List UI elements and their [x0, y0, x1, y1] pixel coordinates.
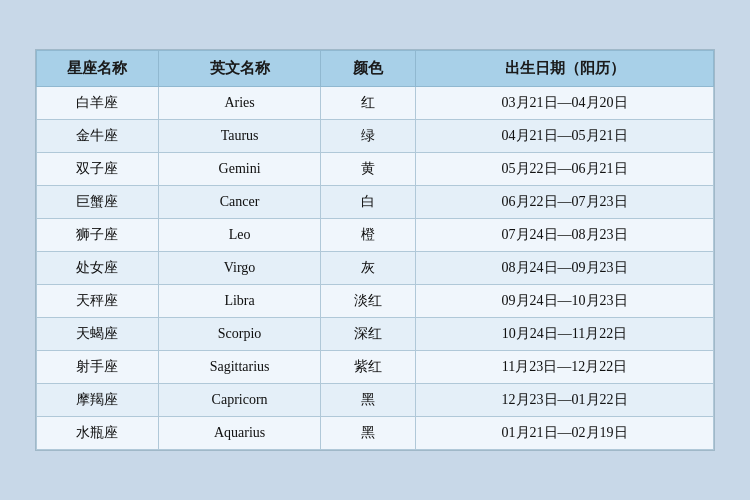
cell-date: 12月23日—01月22日	[416, 384, 714, 417]
cell-date: 03月21日—04月20日	[416, 87, 714, 120]
cell-zh-name: 金牛座	[37, 120, 159, 153]
cell-en-name: Sagittarius	[158, 351, 320, 384]
cell-en-name: Aquarius	[158, 417, 320, 450]
cell-color: 淡红	[321, 285, 416, 318]
header-date: 出生日期（阳历）	[416, 51, 714, 87]
cell-color: 灰	[321, 252, 416, 285]
cell-zh-name: 水瓶座	[37, 417, 159, 450]
cell-color: 深红	[321, 318, 416, 351]
cell-date: 04月21日—05月21日	[416, 120, 714, 153]
table-header-row: 星座名称 英文名称 颜色 出生日期（阳历）	[37, 51, 714, 87]
header-zh-name: 星座名称	[37, 51, 159, 87]
cell-zh-name: 双子座	[37, 153, 159, 186]
table-row: 天蝎座Scorpio深红10月24日—11月22日	[37, 318, 714, 351]
table-row: 巨蟹座Cancer白06月22日—07月23日	[37, 186, 714, 219]
cell-date: 01月21日—02月19日	[416, 417, 714, 450]
cell-zh-name: 摩羯座	[37, 384, 159, 417]
cell-color: 绿	[321, 120, 416, 153]
cell-zh-name: 射手座	[37, 351, 159, 384]
cell-en-name: Capricorn	[158, 384, 320, 417]
cell-color: 红	[321, 87, 416, 120]
table-row: 水瓶座Aquarius黑01月21日—02月19日	[37, 417, 714, 450]
cell-en-name: Virgo	[158, 252, 320, 285]
table-row: 处女座Virgo灰08月24日—09月23日	[37, 252, 714, 285]
cell-color: 黑	[321, 384, 416, 417]
cell-en-name: Scorpio	[158, 318, 320, 351]
cell-zh-name: 天秤座	[37, 285, 159, 318]
zodiac-table-container: 星座名称 英文名称 颜色 出生日期（阳历） 白羊座Aries红03月21日—04…	[35, 49, 715, 451]
cell-date: 09月24日—10月23日	[416, 285, 714, 318]
cell-date: 06月22日—07月23日	[416, 186, 714, 219]
header-en-name: 英文名称	[158, 51, 320, 87]
cell-en-name: Gemini	[158, 153, 320, 186]
cell-color: 黄	[321, 153, 416, 186]
cell-color: 黑	[321, 417, 416, 450]
table-row: 射手座Sagittarius紫红11月23日—12月22日	[37, 351, 714, 384]
cell-date: 10月24日—11月22日	[416, 318, 714, 351]
cell-color: 橙	[321, 219, 416, 252]
cell-en-name: Taurus	[158, 120, 320, 153]
cell-date: 05月22日—06月21日	[416, 153, 714, 186]
cell-color: 紫红	[321, 351, 416, 384]
cell-zh-name: 狮子座	[37, 219, 159, 252]
cell-date: 08月24日—09月23日	[416, 252, 714, 285]
table-body: 白羊座Aries红03月21日—04月20日金牛座Taurus绿04月21日—0…	[37, 87, 714, 450]
cell-zh-name: 白羊座	[37, 87, 159, 120]
zodiac-table: 星座名称 英文名称 颜色 出生日期（阳历） 白羊座Aries红03月21日—04…	[36, 50, 714, 450]
table-row: 金牛座Taurus绿04月21日—05月21日	[37, 120, 714, 153]
cell-zh-name: 处女座	[37, 252, 159, 285]
table-row: 天秤座Libra淡红09月24日—10月23日	[37, 285, 714, 318]
table-row: 狮子座Leo橙07月24日—08月23日	[37, 219, 714, 252]
cell-color: 白	[321, 186, 416, 219]
table-row: 双子座Gemini黄05月22日—06月21日	[37, 153, 714, 186]
cell-en-name: Leo	[158, 219, 320, 252]
table-row: 摩羯座Capricorn黑12月23日—01月22日	[37, 384, 714, 417]
cell-zh-name: 巨蟹座	[37, 186, 159, 219]
cell-en-name: Aries	[158, 87, 320, 120]
cell-zh-name: 天蝎座	[37, 318, 159, 351]
cell-date: 11月23日—12月22日	[416, 351, 714, 384]
table-row: 白羊座Aries红03月21日—04月20日	[37, 87, 714, 120]
cell-en-name: Cancer	[158, 186, 320, 219]
cell-en-name: Libra	[158, 285, 320, 318]
cell-date: 07月24日—08月23日	[416, 219, 714, 252]
header-color: 颜色	[321, 51, 416, 87]
